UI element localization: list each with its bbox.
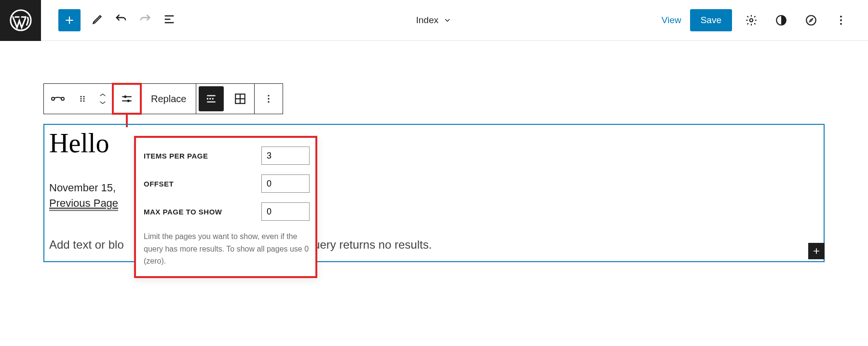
grid-icon [234, 93, 246, 105]
list-layout-button[interactable] [196, 84, 226, 114]
grid-layout-button[interactable] [226, 84, 254, 114]
move-updown[interactable] [93, 93, 112, 105]
previous-page-link[interactable]: Previous Page [49, 197, 118, 211]
plus-icon [63, 14, 76, 27]
svg-point-26 [268, 98, 270, 99]
drag-icon [78, 94, 87, 103]
drag-handle[interactable] [72, 84, 93, 114]
max-page-help-text: Limit the pages you want to show, even i… [144, 230, 310, 267]
redo-icon [138, 13, 152, 26]
svg-point-3 [806, 15, 816, 25]
svg-point-18 [207, 98, 208, 99]
items-per-page-input[interactable] [261, 146, 310, 165]
max-page-label: Max page to show [144, 208, 222, 216]
max-page-input[interactable] [261, 202, 310, 221]
svg-point-19 [209, 98, 211, 99]
toolbar-right: View Save [662, 9, 868, 31]
redo-button[interactable] [138, 13, 152, 28]
list-view-button[interactable] [163, 13, 176, 28]
plus-icon [812, 246, 821, 256]
editor-canvas: Replace Hello Novembe [0, 41, 868, 262]
svg-point-25 [268, 95, 270, 96]
toolbar-left [41, 9, 176, 31]
undo-button[interactable] [114, 13, 128, 28]
display-settings-button[interactable] [113, 84, 141, 114]
navigation-button[interactable] [800, 10, 822, 31]
display-settings-popover: Items Per Page Offset Max page to show L… [134, 136, 317, 278]
svg-point-8 [83, 96, 85, 97]
save-button[interactable]: Save [690, 9, 732, 31]
svg-point-4 [840, 15, 842, 17]
view-link[interactable]: View [662, 15, 681, 26]
chevron-down-icon [99, 100, 107, 105]
gear-icon [745, 14, 758, 27]
edit-tool-button[interactable] [91, 13, 104, 27]
sliders-icon [121, 93, 133, 105]
svg-point-10 [83, 98, 85, 100]
settings-button[interactable] [741, 10, 762, 31]
svg-point-27 [268, 101, 270, 103]
pencil-icon [91, 13, 104, 26]
dots-vertical-icon [263, 93, 274, 104]
svg-point-16 [127, 100, 130, 102]
template-name: Index [416, 15, 438, 26]
add-block-button[interactable] [58, 9, 81, 31]
list-layout-icon [205, 93, 217, 105]
offset-label: Offset [144, 180, 174, 188]
svg-point-5 [840, 19, 842, 21]
top-toolbar: Index View Save [0, 0, 868, 41]
block-more-options[interactable] [255, 84, 283, 114]
more-options-button[interactable] [830, 10, 852, 31]
chevron-down-icon [443, 16, 452, 25]
wordpress-logo[interactable] [0, 0, 41, 41]
undo-icon [114, 13, 128, 26]
replace-button[interactable]: Replace [141, 84, 196, 114]
items-per-page-label: Items Per Page [144, 152, 208, 160]
svg-point-11 [81, 100, 82, 102]
query-loop-block-icon[interactable] [44, 84, 72, 114]
svg-point-9 [81, 98, 82, 100]
svg-point-1 [750, 19, 753, 22]
offset-input[interactable] [261, 174, 310, 193]
wordpress-icon [10, 9, 32, 31]
list-view-icon [163, 13, 176, 26]
compass-icon [805, 14, 817, 27]
template-selector[interactable]: Index [416, 15, 452, 26]
block-toolbar: Replace [43, 83, 283, 114]
append-block-button[interactable] [808, 243, 825, 259]
styles-button[interactable] [771, 10, 792, 31]
svg-point-6 [840, 23, 842, 25]
infinity-icon [51, 93, 65, 105]
svg-point-7 [81, 96, 82, 97]
contrast-icon [775, 14, 787, 27]
chevron-up-icon [99, 93, 107, 97]
svg-point-14 [124, 95, 126, 98]
dots-vertical-icon [835, 14, 847, 27]
svg-point-20 [212, 98, 214, 99]
svg-point-12 [83, 100, 85, 102]
